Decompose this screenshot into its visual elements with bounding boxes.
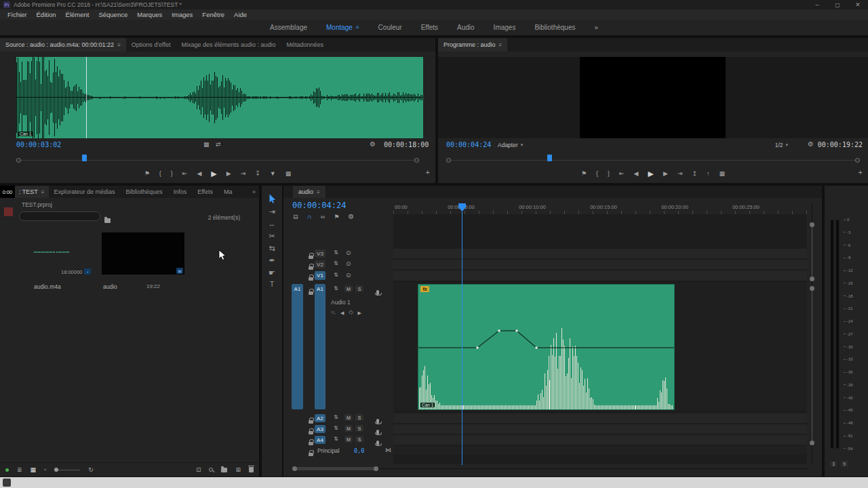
sequence-name[interactable]: audio <box>103 283 117 290</box>
program-scrubber[interactable] <box>446 155 860 164</box>
hscroll-zoom-knob-right[interactable] <box>374 466 378 471</box>
source-panel-menu-icon[interactable]: ≡ <box>117 42 121 48</box>
goto-out-button[interactable]: ⇥ <box>241 171 246 177</box>
project-item-audio-file[interactable]: ♪ 18:00000 audio.m4a <box>19 230 95 296</box>
solo-button-a4[interactable]: S <box>355 436 363 443</box>
mark-out-button[interactable]: } <box>171 171 173 177</box>
program-panel-menu-icon[interactable]: ≡ <box>499 42 502 48</box>
find-button[interactable] <box>209 468 213 472</box>
export-frame-button[interactable]: ▦ <box>719 171 726 177</box>
program-scrub-playhead[interactable] <box>547 155 552 161</box>
vscroll-knob[interactable] <box>810 277 814 281</box>
meter-footer-right[interactable]: 9 <box>841 461 848 467</box>
source-playhead-line[interactable] <box>86 57 87 138</box>
automation-mode-icon[interactable]: ○, <box>331 310 336 315</box>
program-zoom-dropdown[interactable]: 1/2 ▾ <box>775 142 788 148</box>
next-keyframe-icon[interactable]: ▶ <box>358 310 361 315</box>
timeline-panel-menu-icon[interactable]: ≡ <box>317 189 320 195</box>
tab-infos[interactable]: Infos <box>168 186 193 198</box>
automate-to-sequence-button[interactable]: ⊡ <box>196 467 201 473</box>
ripple-edit-tool[interactable]: ↔ <box>269 220 276 228</box>
extract-button[interactable]: ↑ <box>707 171 710 177</box>
workspace-tab-couleur[interactable]: Couleur <box>378 24 402 31</box>
close-button[interactable]: ✕ <box>848 1 868 8</box>
track-name-audio1[interactable]: Audio 1 <box>331 299 351 306</box>
workspace-tab-assemblage[interactable]: Assemblage <box>270 24 307 31</box>
add-marker-button[interactable]: ⚑ <box>144 171 150 177</box>
step-forward-button[interactable]: ▶ <box>663 171 668 177</box>
workspace-tab-effets[interactable]: Effets <box>421 24 438 31</box>
workspace-tab-bibliotheques[interactable]: Bibliothèques <box>534 24 575 31</box>
track-select-tool[interactable]: ⇥ <box>269 208 275 216</box>
track-content-a4[interactable] <box>393 435 807 445</box>
prev-keyframe-icon[interactable]: ◀ <box>340 310 344 315</box>
menu-fenetre[interactable]: Fenêtre <box>197 11 229 18</box>
list-view-button[interactable]: ≣ <box>17 467 22 473</box>
new-item-button[interactable]: ⊞ <box>235 467 241 473</box>
workspace-tab-audio[interactable]: Audio <box>457 24 475 31</box>
add-marker-button[interactable]: ⚑ <box>581 171 587 177</box>
add-marker-icon[interactable]: ⚑ <box>334 214 339 220</box>
goto-in-button[interactable]: ⇤ <box>182 171 188 177</box>
snap-icon[interactable]: ∩ <box>307 214 312 220</box>
lock-icon[interactable] <box>309 442 313 445</box>
source-settings-grid-icon[interactable]: ▦ <box>203 142 210 148</box>
clip-name[interactable]: audio.m4a <box>34 283 61 290</box>
mute-button-a2[interactable]: M <box>344 414 353 421</box>
lock-icon[interactable] <box>309 277 313 281</box>
hand-tool[interactable]: ☛ <box>269 269 275 277</box>
small-view-button[interactable]: ▫ <box>44 467 46 473</box>
project-panel-menu-icon[interactable]: ≡ <box>41 189 45 195</box>
source-patch-a1[interactable]: A1 <box>292 284 303 409</box>
source-wrench-icon[interactable]: ⚙ <box>370 141 376 148</box>
sort-icon[interactable]: ↻ <box>88 467 94 473</box>
pen-tool[interactable]: ✒ <box>269 257 275 264</box>
solo-button-a2[interactable]: S <box>355 414 363 421</box>
track-target-a4[interactable]: A4 <box>315 436 326 444</box>
source-zoom-handle-left[interactable] <box>16 158 21 163</box>
add-keyframe-icon[interactable]: ◇ <box>349 310 353 315</box>
menu-marques[interactable]: Marques <box>132 11 167 18</box>
timeline-horizontal-scrollbar[interactable] <box>293 466 807 472</box>
play-button[interactable]: ▶ <box>211 170 216 178</box>
track-target-v2[interactable]: V2 <box>315 260 326 268</box>
program-timecode[interactable]: 00:00:04:24 <box>446 141 491 148</box>
lock-icon[interactable] <box>309 453 313 456</box>
menu-sequence[interactable]: Séquence <box>94 11 132 18</box>
status-tray-icon[interactable] <box>3 479 11 487</box>
menu-edition[interactable]: Édition <box>32 11 61 18</box>
lock-icon[interactable] <box>309 431 313 434</box>
volume-rubber-band[interactable] <box>418 285 674 409</box>
maximize-button[interactable]: ▢ <box>827 2 848 8</box>
solo-button-a1[interactable]: S <box>355 285 363 292</box>
tab-mixage-audio[interactable]: Mixage des éléments audio : audio <box>176 38 281 52</box>
source-waveform-view[interactable]: Can 1 <box>16 57 423 138</box>
lock-icon[interactable] <box>309 256 313 259</box>
workspace-overflow-icon[interactable]: » <box>594 24 598 31</box>
track-content-a3[interactable] <box>393 424 807 434</box>
pan-icon[interactable]: ⋈ <box>385 447 391 453</box>
goto-in-button[interactable]: ⇤ <box>619 171 625 177</box>
program-zoom-handle-right[interactable] <box>855 158 860 163</box>
program-fit-dropdown[interactable]: Adapter ▾ <box>498 142 523 148</box>
insert-button[interactable]: ↧ <box>255 171 260 177</box>
project-tabs-overflow-icon[interactable]: » <box>249 188 259 195</box>
mute-button-a3[interactable]: M <box>344 425 353 432</box>
workspace-tab-montage[interactable]: Montage ≡ <box>326 24 359 31</box>
linked-selection-icon[interactable]: ∞ <box>321 214 325 220</box>
mark-out-button[interactable]: } <box>608 171 610 177</box>
goto-out-button[interactable]: ⇥ <box>677 171 683 177</box>
source-add-button[interactable]: + <box>426 169 430 176</box>
master-volume-value[interactable]: 0,0 <box>354 447 364 454</box>
tab-metadonnees[interactable]: Métadonnées <box>281 38 329 52</box>
search-input[interactable] <box>19 211 100 221</box>
sync-lock-icon[interactable]: ⇅ <box>334 286 338 291</box>
sync-lock-icon[interactable]: ⇅ <box>334 261 338 266</box>
tab-options-effet[interactable]: Options d'effet <box>126 38 176 52</box>
meter-footer-left[interactable]: 3 <box>830 461 837 467</box>
track-content-v3[interactable] <box>393 249 807 258</box>
mark-in-button[interactable]: { <box>159 171 161 177</box>
sync-lock-icon[interactable]: ⇅ <box>334 436 338 442</box>
thumbnail-zoom-slider[interactable] <box>54 467 80 472</box>
source-zoom-handle-right[interactable] <box>414 158 419 163</box>
